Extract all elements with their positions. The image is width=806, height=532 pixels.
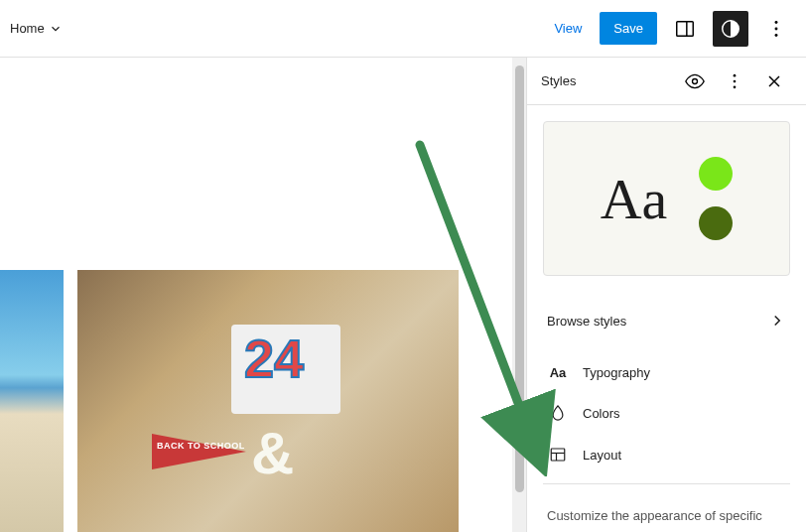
view-button[interactable]: View — [546, 15, 590, 42]
typography-label: Typography — [583, 365, 650, 380]
styles-more-button[interactable] — [717, 64, 752, 99]
eye-icon — [685, 71, 705, 91]
style-preview-card[interactable]: Aa — [543, 121, 790, 276]
svg-point-9 — [734, 85, 737, 88]
sidebar-body: Aa Browse styles Aa Typography — [527, 105, 806, 532]
image-pennant-graphic — [152, 434, 246, 469]
colors-label: Colors — [583, 406, 620, 421]
browse-styles-label: Browse styles — [547, 314, 626, 329]
drop-icon — [547, 404, 569, 422]
style-book-button[interactable] — [677, 64, 713, 99]
svg-point-5 — [775, 33, 778, 36]
color-swatch-accent1 — [699, 157, 733, 191]
svg-point-8 — [734, 79, 737, 82]
editor-canvas[interactable]: 24 & BACK TO SCHOOL — [0, 58, 526, 532]
image-ampersand-graphic: & — [251, 419, 294, 487]
browse-styles-button[interactable]: Browse styles — [543, 300, 790, 353]
layout-icon — [547, 446, 569, 464]
more-vertical-icon — [765, 18, 787, 40]
color-swatch-accent2 — [699, 206, 733, 240]
svg-point-4 — [775, 27, 778, 30]
close-icon — [764, 71, 784, 91]
layout-section-button[interactable]: Layout — [543, 434, 790, 475]
top-toolbar: Home View Save — [0, 0, 806, 58]
sidebar-icon — [674, 18, 696, 40]
document-label: Home — [10, 21, 45, 36]
main-area: 24 & BACK TO SCHOOL Styles — [0, 58, 806, 532]
gallery-image[interactable]: 24 & BACK TO SCHOOL — [77, 270, 459, 532]
close-sidebar-button[interactable] — [756, 64, 792, 99]
colors-section-button[interactable]: Colors — [543, 392, 790, 434]
sidebar-header: Styles — [527, 58, 806, 105]
scrollbar-thumb[interactable] — [515, 66, 524, 492]
image-pennant-text: BACK TO SCHOOL — [157, 441, 245, 451]
document-dropdown[interactable]: Home — [2, 15, 70, 42]
customize-description: Customize the appearance of specific — [543, 492, 790, 523]
chevron-right-icon — [768, 312, 786, 330]
image-gallery: 24 & BACK TO SCHOOL — [0, 270, 459, 532]
topbar-left: Home — [2, 15, 70, 42]
typography-section-button[interactable]: Aa Typography — [543, 353, 790, 392]
gallery-image[interactable] — [0, 270, 64, 532]
layout-label: Layout — [583, 448, 621, 463]
save-button[interactable]: Save — [600, 12, 657, 45]
svg-point-6 — [693, 78, 698, 83]
image-number-graphic: 24 — [244, 328, 304, 389]
svg-point-3 — [775, 21, 778, 24]
svg-point-7 — [734, 73, 737, 76]
chevron-down-icon — [49, 22, 63, 36]
contrast-icon — [720, 18, 741, 40]
svg-rect-12 — [551, 449, 565, 461]
settings-sidebar-toggle[interactable] — [667, 11, 703, 47]
more-vertical-icon — [725, 71, 744, 91]
svg-rect-0 — [677, 21, 694, 36]
sidebar-header-actions — [677, 64, 792, 99]
color-swatches — [699, 157, 733, 240]
canvas-scrollbar[interactable] — [512, 58, 526, 532]
sidebar-title: Styles — [541, 73, 576, 88]
more-options-button[interactable] — [758, 11, 794, 47]
section-divider — [543, 483, 790, 484]
topbar-right: View Save — [546, 11, 794, 47]
styles-sidebar: Styles — [526, 58, 806, 532]
typography-sample: Aa — [601, 166, 668, 232]
typography-icon: Aa — [547, 365, 569, 380]
styles-toggle[interactable] — [713, 11, 748, 47]
